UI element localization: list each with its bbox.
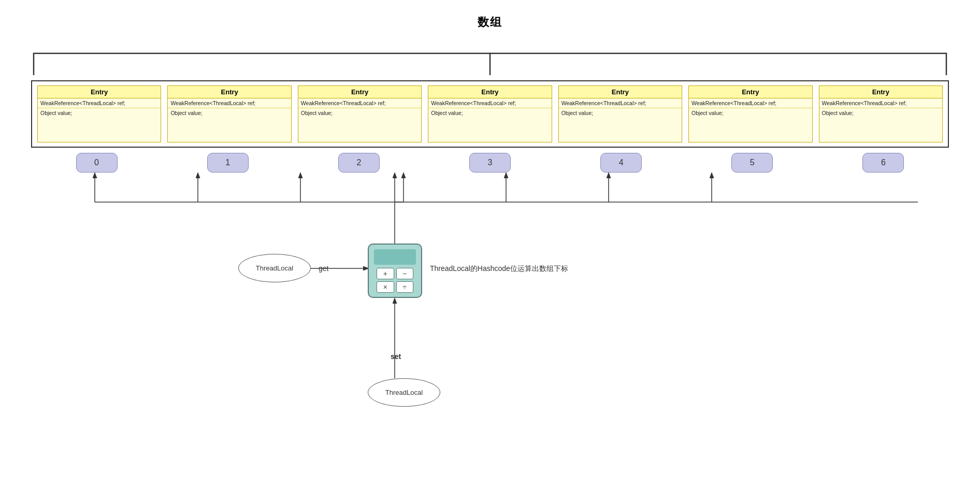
entry-header-1: Entry [168, 86, 291, 98]
entry-field1-0: WeakReference<ThreadLocal> ref; [38, 98, 161, 108]
entry-card-6: EntryWeakReference<ThreadLocal> ref;Obje… [819, 85, 943, 142]
index-label-5: 5 [687, 153, 818, 173]
entry-field2-4: Object value; [559, 108, 682, 118]
brace-svg [31, 49, 949, 78]
calculator-box: + − × ÷ [368, 244, 422, 298]
index-box-4: 4 [600, 153, 642, 173]
index-box-6: 6 [862, 153, 904, 173]
entry-field2-1: Object value; [168, 108, 291, 118]
index-box-5: 5 [731, 153, 773, 173]
entry-header-2: Entry [298, 86, 421, 98]
entry-header-3: Entry [428, 86, 551, 98]
entry-card-4: EntryWeakReference<ThreadLocal> ref;Obje… [558, 85, 682, 142]
index-label-2: 2 [293, 153, 424, 173]
entry-card-3: EntryWeakReference<ThreadLocal> ref;Obje… [428, 85, 552, 142]
entry-field2-3: Object value; [428, 108, 551, 118]
entry-field1-5: WeakReference<ThreadLocal> ref; [689, 98, 812, 108]
index-row: 0123456 [31, 153, 949, 173]
get-label: get [319, 264, 328, 273]
entry-field1-3: WeakReference<ThreadLocal> ref; [428, 98, 551, 108]
entry-card-5: EntryWeakReference<ThreadLocal> ref;Obje… [688, 85, 812, 142]
calc-plus: + [377, 268, 394, 279]
index-label-3: 3 [424, 153, 555, 173]
entry-header-4: Entry [559, 86, 682, 98]
index-label-0: 0 [31, 153, 162, 173]
entry-field2-6: Object value; [819, 108, 942, 118]
index-label-1: 1 [162, 153, 293, 173]
entry-header-0: Entry [38, 86, 161, 98]
entry-field2-5: Object value; [689, 108, 812, 118]
entry-field2-0: Object value; [38, 108, 161, 118]
threadlocal-get-ellipse: ThreadLocal [238, 254, 311, 282]
entry-card-0: EntryWeakReference<ThreadLocal> ref;Obje… [37, 85, 161, 142]
calc-buttons: + − × ÷ [377, 268, 413, 293]
entry-header-6: Entry [819, 86, 942, 98]
index-box-2: 2 [338, 153, 380, 173]
threadlocal-set-ellipse: ThreadLocal [368, 378, 440, 407]
entry-field1-4: WeakReference<ThreadLocal> ref; [559, 98, 682, 108]
index-label-4: 4 [556, 153, 687, 173]
entry-field1-2: WeakReference<ThreadLocal> ref; [298, 98, 421, 108]
index-box-1: 1 [207, 153, 249, 173]
hashcode-label: ThreadLocal的Hashcode位运算出数组下标 [430, 264, 568, 274]
threadlocal-get-label: ThreadLocal [256, 264, 293, 272]
calc-minus: − [396, 268, 413, 279]
entry-card-2: EntryWeakReference<ThreadLocal> ref;Obje… [298, 85, 422, 142]
entry-field2-2: Object value; [298, 108, 421, 118]
entry-field1-6: WeakReference<ThreadLocal> ref; [819, 98, 942, 108]
calc-divide: ÷ [396, 281, 413, 293]
entry-card-1: EntryWeakReference<ThreadLocal> ref;Obje… [167, 85, 291, 142]
index-label-6: 6 [818, 153, 949, 173]
set-label: set [391, 352, 401, 361]
index-box-0: 0 [76, 153, 118, 173]
index-box-3: 3 [469, 153, 511, 173]
array-box: EntryWeakReference<ThreadLocal> ref;Obje… [31, 80, 949, 148]
calc-display [374, 249, 416, 265]
entry-header-5: Entry [689, 86, 812, 98]
page-title: 数组 [0, 0, 980, 30]
brace-container [31, 49, 949, 78]
entry-field1-1: WeakReference<ThreadLocal> ref; [168, 98, 291, 108]
threadlocal-set-label: ThreadLocal [385, 389, 423, 396]
calc-times: × [377, 281, 394, 293]
